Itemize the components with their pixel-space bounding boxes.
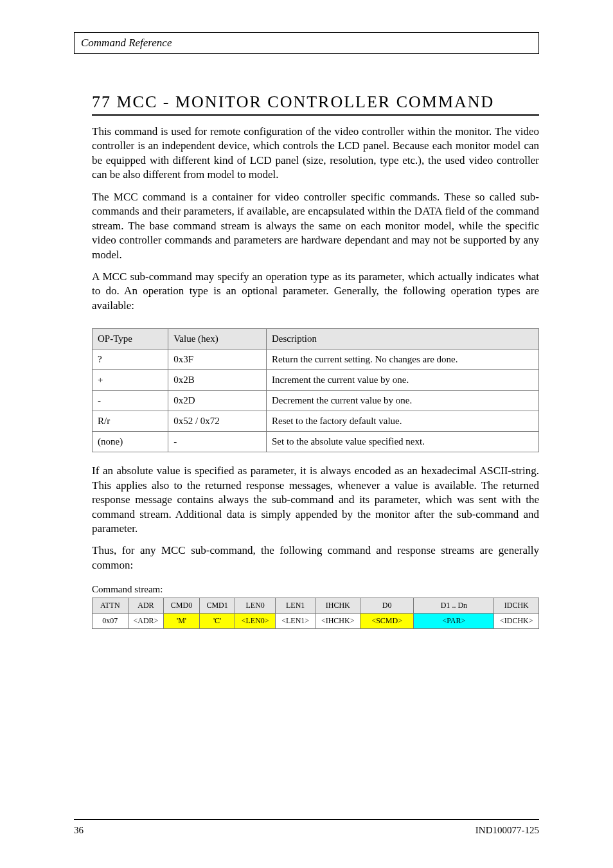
stream-row-cell: <IDCHK> <box>494 614 539 629</box>
op-table-cell: + <box>93 370 168 391</box>
stream-row-cell: 'C' <box>199 614 235 629</box>
op-table-cell: Set to the absolute value specified next… <box>267 432 539 452</box>
op-table-cell: ? <box>93 350 168 370</box>
page-number: 36 <box>74 825 84 836</box>
header-title: Command Reference <box>81 37 172 49</box>
stream-row-cell: <LEN0> <box>235 614 276 629</box>
command-stream-table: ATTNADRCMD0CMD1LEN0LEN1IHCHKD0D1 .. DnID… <box>92 598 539 629</box>
stream-hdr-cell: D1 .. Dn <box>414 598 494 614</box>
op-table-cell: R/r <box>93 411 168 432</box>
stream-hdr-cell: LEN0 <box>235 598 276 614</box>
op-table-cell: 0x2D <box>168 391 267 411</box>
body-text: This command is used for remote configur… <box>74 125 539 321</box>
paragraph-2: The MCC command is a container for video… <box>92 190 539 262</box>
paragraph-5: Thus, for any MCC sub-command, the follo… <box>92 544 539 572</box>
operation-type-table: OP-Type Value (hex) Description ?0x3FRet… <box>92 328 539 452</box>
op-table-cell: - <box>168 432 267 452</box>
op-table-cell: Decrement the current value by one. <box>267 391 539 411</box>
stream-row-cell: 'M' <box>164 614 200 629</box>
stream-row-cell: <SCMD> <box>360 614 413 629</box>
stream-row-cell: <PAR> <box>414 614 494 629</box>
stream-hdr-cell: IDCHK <box>494 598 539 614</box>
stream-row-cell: <ADR> <box>128 614 164 629</box>
op-table-cell: Reset to the factory default value. <box>267 411 539 432</box>
op-table-hdr-optype: OP-Type <box>93 329 168 350</box>
paragraph-1: This command is used for remote configur… <box>92 125 539 182</box>
stream-row-cell: 0x07 <box>93 614 129 629</box>
stream-hdr-cell: CMD1 <box>199 598 235 614</box>
op-table-cell: - <box>93 391 168 411</box>
op-table-cell: 0x3F <box>168 350 267 370</box>
stream-hdr-cell: LEN1 <box>275 598 315 614</box>
page-header: Command Reference <box>74 32 539 54</box>
page-footer: 36 IND100077-125 <box>74 819 539 836</box>
stream-row-cell: <IHCHK> <box>315 614 360 629</box>
op-table-cell: Increment the current value by one. <box>267 370 539 391</box>
stream-hdr-cell: D0 <box>360 598 413 614</box>
op-table-hdr-value: Value (hex) <box>168 329 267 350</box>
body-text-2: If an absolute value is specified as par… <box>74 464 539 580</box>
op-table-cell: (none) <box>93 432 168 452</box>
paragraph-4: If an absolute value is specified as par… <box>92 464 539 536</box>
stream-hdr-cell: ATTN <box>93 598 129 614</box>
title-rule <box>92 114 539 116</box>
stream-hdr-cell: IHCHK <box>315 598 360 614</box>
stream-hdr-cell: CMD0 <box>164 598 200 614</box>
op-table-cell: 0x52 / 0x72 <box>168 411 267 432</box>
stream-label: Command stream: <box>74 584 539 595</box>
op-table-cell: 0x2B <box>168 370 267 391</box>
op-table-hdr-desc: Description <box>267 329 539 350</box>
stream-row-cell: <LEN1> <box>275 614 315 629</box>
footer-doc-id: IND100077-125 <box>475 825 539 836</box>
op-table-cell: Return the current setting. No changes a… <box>267 350 539 370</box>
section-title: 77 MCC - MONITOR CONTROLLER COMMAND <box>74 93 539 112</box>
stream-hdr-cell: ADR <box>128 598 164 614</box>
paragraph-3: A MCC sub-command may specify an operati… <box>92 270 539 313</box>
